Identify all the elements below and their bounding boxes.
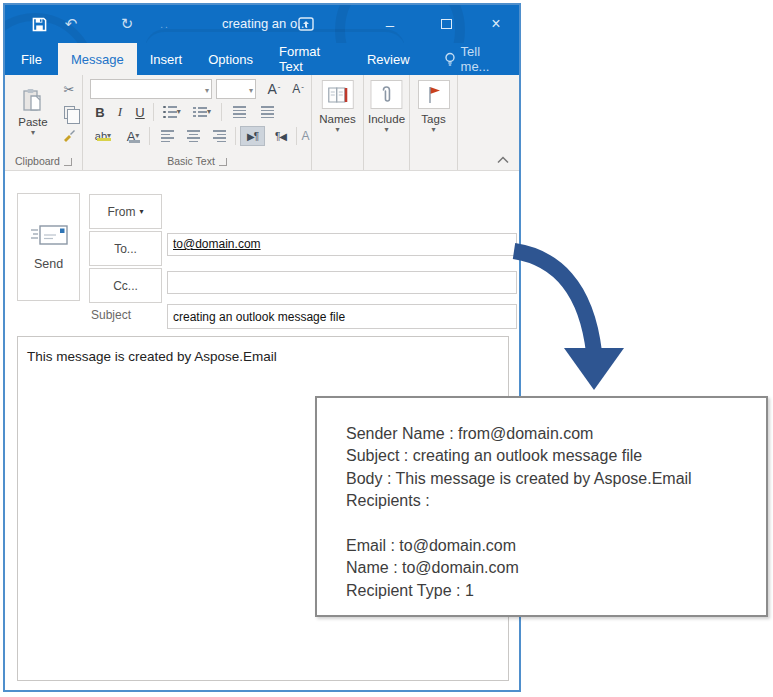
names-button[interactable]: Names ▾ (319, 80, 355, 133)
tell-me-label: Tell me... (461, 44, 506, 74)
dialog-launcher-icon[interactable] (64, 158, 72, 166)
copy-button[interactable] (60, 104, 78, 120)
clear-formatting-button[interactable]: A (299, 126, 312, 146)
callout-line: Email : to@domain.com (346, 535, 756, 557)
save-icon (32, 17, 47, 32)
to-field[interactable]: to@domain.com (167, 233, 517, 256)
separator (296, 127, 297, 145)
chevron-down-icon: ▾ (431, 127, 435, 133)
paste-button[interactable]: Paste ▾ (11, 79, 55, 145)
up-caret-icon: ˆ (278, 85, 281, 94)
italic-button[interactable]: I (111, 102, 129, 122)
text-highlight-button[interactable]: ab ▾ (89, 126, 117, 146)
page: ↶ ↻ .. creating an o... – (0, 0, 773, 697)
chevron-down-icon: ▾ (249, 86, 253, 95)
maximize-button[interactable] (429, 5, 463, 43)
from-button[interactable]: From ▾ (89, 194, 162, 229)
include-label: Include (368, 113, 405, 125)
ribbon-display-options-icon (298, 17, 314, 31)
font-color-button[interactable]: A ▾ (121, 126, 145, 146)
align-left-button[interactable] (155, 126, 179, 146)
tab-insert[interactable]: Insert (137, 43, 196, 75)
window-title: creating an o... (175, 5, 355, 43)
ellipsis-icon: .. (160, 19, 170, 30)
send-envelope-icon (29, 223, 69, 247)
format-painter-button[interactable] (60, 127, 78, 143)
tags-group: Tags ▾ (410, 75, 458, 170)
ribbon-tab-bar: File Message Insert Options Format Text … (5, 43, 519, 75)
curved-arrow (508, 238, 648, 408)
numbering-button[interactable]: ▾ (189, 102, 215, 122)
increase-indent-button[interactable] (255, 102, 279, 122)
font-size-combo[interactable]: ▾ (216, 79, 256, 99)
close-icon: × (491, 15, 500, 33)
collapse-ribbon-button[interactable] (497, 156, 509, 164)
callout-line: Recipient Type : 1 (346, 580, 756, 602)
dialog-launcher-icon[interactable] (219, 158, 227, 166)
ribbon: Paste ▾ ✂ (5, 75, 519, 171)
chevron-down-icon: ▾ (207, 109, 211, 115)
save-button[interactable] (25, 5, 53, 43)
paste-label: Paste (18, 116, 47, 128)
bullet-list-icon (163, 106, 177, 119)
tab-format-text[interactable]: Format Text (266, 43, 354, 75)
close-button[interactable]: × (479, 5, 513, 43)
align-center-button[interactable] (181, 126, 205, 146)
include-button[interactable]: Include ▾ (368, 80, 405, 133)
font-family-combo[interactable]: ▾ (90, 79, 212, 99)
chevron-up-icon (497, 156, 509, 164)
tab-file[interactable]: File (5, 43, 58, 75)
minimize-button[interactable]: – (373, 5, 407, 43)
callout-line: Body : This message is created by Aspose… (346, 468, 756, 490)
tab-options[interactable]: Options (195, 43, 266, 75)
chevron-down-icon: ▾ (335, 127, 339, 133)
to-button[interactable]: To... (89, 231, 162, 266)
flag-icon (418, 80, 450, 109)
align-left-icon (161, 130, 174, 142)
undo-button[interactable]: ↶ (57, 5, 85, 43)
callout-line: Name : to@domain.com (346, 557, 756, 579)
separator (149, 127, 150, 145)
align-right-button[interactable] (207, 126, 231, 146)
bold-button[interactable]: B (91, 102, 109, 122)
format-painter-icon (62, 128, 76, 142)
cc-field[interactable] (167, 271, 517, 294)
titlebar: ↶ ↻ .. creating an o... – (5, 5, 519, 43)
lightbulb-icon (444, 52, 456, 67)
send-button[interactable]: Send (17, 193, 80, 301)
ribbon-display-options-button[interactable] (289, 5, 323, 43)
left-to-right-button[interactable]: ▶¶ (240, 126, 265, 146)
address-book-icon (322, 80, 354, 109)
tab-review[interactable]: Review (354, 43, 423, 75)
scissors-icon: ✂ (64, 82, 75, 97)
message-body-text: This message is created by Aspose.Email (27, 349, 277, 364)
names-label: Names (319, 113, 355, 125)
to-recipient[interactable]: to@domain.com (173, 237, 261, 251)
chevron-down-icon: ▾ (205, 86, 209, 95)
tags-button[interactable]: Tags ▾ (418, 80, 450, 133)
chevron-down-icon: ▾ (384, 127, 388, 133)
subject-field[interactable]: creating an outlook message file (167, 304, 517, 329)
message-properties-callout: Sender Name : from@domain.com Subject : … (315, 396, 768, 617)
tab-tell-me[interactable]: Tell me... (431, 43, 519, 75)
bullets-button[interactable]: ▾ (159, 102, 185, 122)
subject-label: Subject (91, 308, 131, 322)
send-label: Send (34, 257, 63, 271)
decrease-indent-button[interactable] (227, 102, 251, 122)
tab-message[interactable]: Message (58, 43, 137, 75)
redo-button[interactable]: ↻ (113, 5, 141, 43)
copy-icon (64, 106, 75, 119)
cut-button[interactable]: ✂ (60, 81, 78, 97)
right-to-left-button[interactable]: ¶◀ (268, 126, 293, 146)
quick-access-customize-button[interactable]: .. (155, 5, 175, 43)
clipboard-group: Paste ▾ ✂ (5, 75, 83, 170)
highlight-icon: ab (95, 130, 107, 142)
separator (235, 127, 236, 145)
names-group: Names ▾ (312, 75, 364, 170)
cc-button[interactable]: Cc... (89, 268, 162, 303)
underline-button[interactable]: U (131, 102, 149, 122)
grow-font-button[interactable]: Aˆ (263, 79, 285, 99)
clipboard-group-label: Clipboard (5, 155, 82, 167)
basic-text-group-label: Basic Text (83, 155, 311, 167)
shrink-font-button[interactable]: Aˇ (287, 79, 309, 99)
